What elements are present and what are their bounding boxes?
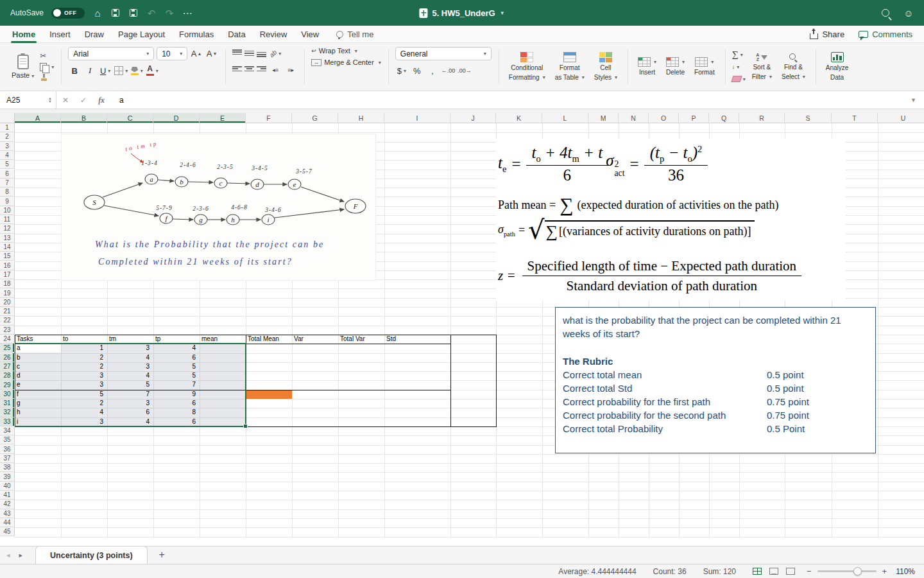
tab-formulas[interactable]: Formulas (172, 26, 221, 43)
redo-icon[interactable]: ↷ (164, 8, 175, 18)
share-button[interactable]: Share (810, 30, 844, 39)
find-select-button[interactable]: Find & Select▾ (778, 53, 809, 82)
autosum-button[interactable]: ∑▾ (732, 50, 746, 59)
align-left-button[interactable] (232, 66, 242, 74)
zoom-level[interactable]: 110% (896, 567, 915, 576)
conditional-formatting-button[interactable]: Conditional Formatting▾ (506, 51, 549, 82)
format-painter-button[interactable] (40, 73, 54, 82)
confirm-entry-button[interactable]: ✓ (74, 96, 92, 105)
formula-input[interactable]: a (119, 96, 124, 105)
format-as-table-button[interactable]: Format as Table▾ (552, 51, 588, 82)
prev-sheet-arrow[interactable]: ◂ (6, 551, 10, 559)
zoom-out-button[interactable]: − (807, 566, 812, 576)
zoom-slider[interactable] (817, 570, 877, 572)
autosave-toggle[interactable]: OFF (51, 8, 85, 19)
tab-insert[interactable]: Insert (42, 26, 78, 43)
equation-z-score[interactable]: z = Specified length of time − Expected … (498, 258, 801, 293)
document-title[interactable]: 5. HW5_UnderG (432, 8, 495, 18)
add-sheet-button[interactable]: + (159, 549, 165, 561)
bold-button[interactable]: B (68, 64, 81, 77)
decrease-indent-button[interactable]: ◂≡ (269, 64, 282, 76)
tab-review[interactable]: Review (253, 26, 295, 43)
cancel-entry-button[interactable]: ✕ (56, 96, 74, 105)
sheet-tab-uncertainty[interactable]: Uncertainty (3 points) (35, 546, 148, 564)
number-group: General▾ $▾ % , ←.00 .00→ (391, 46, 495, 87)
analyze-data-button[interactable]: Analyze Data (823, 51, 852, 82)
normal-view-icon[interactable] (753, 568, 762, 575)
page-break-view-icon[interactable] (786, 568, 795, 575)
name-box-stepper[interactable]: ▲▼ (48, 97, 52, 103)
align-middle-button[interactable] (244, 49, 254, 57)
sort-filter-button[interactable]: AZ Sort & Filter▾ (749, 52, 775, 82)
equation-path-mean[interactable]: Path mean = ∑ (expected duration of acti… (498, 195, 778, 215)
rubric-item-label: Correct probability for the first path (563, 395, 767, 408)
comments-button[interactable]: Comments (859, 30, 912, 39)
borders-button[interactable]: ▾ (114, 64, 128, 77)
name-box[interactable]: A25 ▲▼ (0, 91, 56, 109)
orientation-button[interactable]: ab▾ (269, 47, 282, 60)
sort-filter-icon: AZ (756, 53, 767, 62)
zoom-in-button[interactable]: + (882, 566, 887, 576)
tab-home[interactable]: Home (5, 26, 42, 43)
align-bottom-button[interactable] (257, 49, 266, 57)
increase-indent-button[interactable]: ≡▸ (284, 64, 297, 76)
increase-font-size-button[interactable]: A▲ (190, 48, 203, 60)
equation-expected-time[interactable]: te = to + 4tm + t 6 σ2act = (tp − to)2 3… (498, 144, 708, 185)
cut-button[interactable]: ✂ (40, 51, 54, 60)
format-cells-button[interactable]: ▾ Format (691, 57, 718, 77)
rubric-textbox[interactable]: what is the probability that the project… (555, 307, 876, 453)
search-icon[interactable] (880, 9, 891, 17)
more-commands-icon[interactable]: ⋯ (182, 8, 193, 18)
svg-text:S: S (92, 198, 96, 206)
decrease-decimal-button[interactable]: .00→ (458, 64, 472, 77)
equation-path-sigma[interactable]: σpath = √ ∑[(variances of activity durat… (498, 220, 755, 240)
select-all-corner[interactable] (0, 113, 15, 123)
align-right-button[interactable] (257, 66, 266, 74)
percent-button[interactable]: % (411, 64, 424, 77)
insert-function-button[interactable]: fx (92, 95, 110, 105)
feedback-smiley-icon[interactable]: ☺ (903, 8, 914, 18)
next-sheet-arrow[interactable]: ▸ (19, 551, 23, 559)
zoom-slider-knob[interactable] (853, 567, 862, 575)
italic-button[interactable]: I (83, 64, 96, 77)
align-center-button[interactable] (244, 66, 254, 74)
decrease-font-size-button[interactable]: A▼ (205, 48, 218, 60)
home-icon[interactable]: ⌂ (92, 8, 103, 18)
network-diagram-image[interactable]: S a b c d e F f g h i 1-3-4 2-4-6 2-3-5 … (61, 134, 376, 281)
tell-me-button[interactable]: Tell me (336, 30, 373, 39)
font-name-select[interactable]: Arial▾ (68, 47, 154, 60)
fill-color-button[interactable]: ▾ (130, 64, 143, 77)
tab-view[interactable]: View (294, 26, 326, 43)
tab-page-layout[interactable]: Page Layout (111, 26, 172, 43)
wrap-text-button[interactable]: ↩ Wrap Text▾ (311, 47, 381, 55)
page-layout-view-icon[interactable] (769, 568, 778, 575)
tab-draw[interactable]: Draw (78, 26, 111, 43)
status-count: Count: 36 (653, 567, 687, 576)
save-icon[interactable] (110, 9, 121, 17)
insert-cells-button[interactable]: ▾ Insert (635, 57, 660, 77)
align-top-button[interactable] (232, 49, 242, 57)
copy-button[interactable]: ▾ (40, 62, 54, 71)
underline-button[interactable]: U▾ (99, 64, 112, 77)
merge-center-button[interactable]: ↔ Merge & Center▾ (311, 58, 381, 66)
spreadsheet-grid[interactable]: TaskstotmtpmeanTotal MeanVarTotal VarStd… (0, 113, 924, 546)
font-size-select[interactable]: 10▾ (157, 47, 187, 60)
tab-data[interactable]: Data (221, 26, 252, 43)
increase-decimal-button[interactable]: ←.00 (441, 64, 456, 77)
delete-cells-button[interactable]: ▾ Delete (663, 57, 688, 77)
fill-button[interactable]: ↓▾ (732, 62, 746, 71)
font-color-button[interactable]: A▾ (146, 64, 158, 77)
currency-button[interactable]: $▾ (395, 64, 408, 77)
title-chevron-icon[interactable]: ▼ (500, 10, 505, 16)
cell-styles-button[interactable]: Cell Styles▾ (591, 51, 620, 82)
rubric-item-label: Correct total Std (563, 381, 767, 395)
clear-button[interactable]: ▾ (732, 74, 746, 83)
alignment-group: ab▾ ◂≡ ≡▸ (228, 46, 301, 87)
comma-button[interactable]: , (426, 64, 439, 77)
number-format-select[interactable]: General▾ (395, 47, 492, 60)
save-as-icon[interactable] (128, 9, 139, 17)
paste-button[interactable]: Paste▾ (9, 53, 37, 80)
undo-icon[interactable]: ↶ (146, 8, 157, 18)
expand-formula-bar-icon[interactable]: ▼ (911, 97, 916, 103)
fill-handle[interactable] (243, 424, 248, 428)
